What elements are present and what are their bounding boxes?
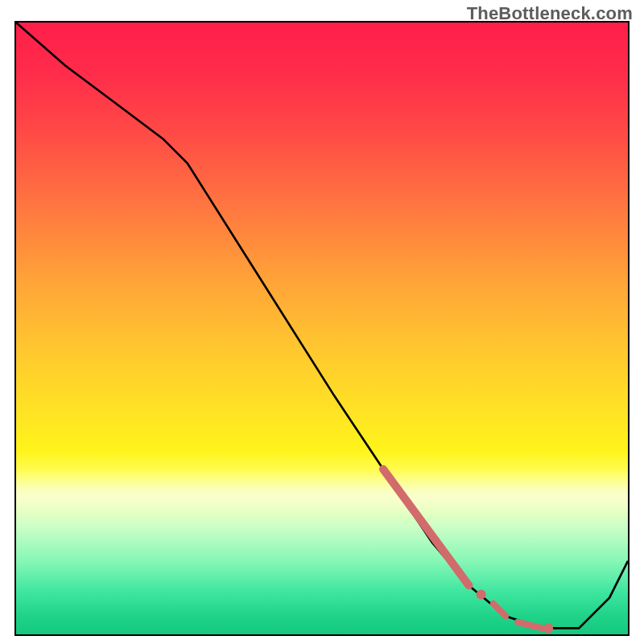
chart-frame bbox=[14, 21, 630, 636]
chart-overlay-svg bbox=[16, 23, 628, 634]
highlight-point bbox=[477, 590, 486, 600]
highlight-point bbox=[543, 623, 553, 633]
bottleneck-curve bbox=[16, 23, 628, 628]
highlight-segment bbox=[493, 604, 506, 616]
highlight-segment bbox=[518, 622, 542, 629]
highlight-segments bbox=[383, 469, 543, 629]
highlight-segment bbox=[383, 469, 469, 585]
